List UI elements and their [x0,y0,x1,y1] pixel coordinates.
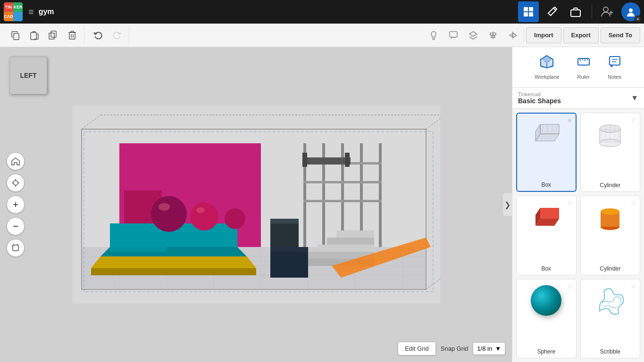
svg-rect-3 [529,12,533,16]
svg-rect-83 [327,238,374,245]
ruler-panel-button[interactable]: Ruler [573,53,594,82]
svg-rect-9 [14,33,19,40]
shape-preview-cylinder-solid [591,201,629,234]
add-user-button[interactable] [598,2,617,21]
mirror-icon-button[interactable] [504,26,522,44]
import-button[interactable]: Import [526,27,561,43]
star-icon-3[interactable]: ☆ [567,199,573,206]
svg-rect-13 [69,33,75,39]
workplane-label: Workplane [535,74,559,80]
svg-point-8 [629,8,633,12]
shape-card-cylinder-solid[interactable]: ☆ Cylinder [580,196,641,275]
shape-source-dropdown-arrow[interactable]: ▼ [631,94,638,102]
shape-label-scribble: Scribble [600,348,620,355]
star-icon-6[interactable]: ☆ [631,282,637,290]
shape-preview-sphere [527,284,565,317]
view-cube[interactable]: LEFT [9,57,47,94]
svg-rect-99 [610,57,620,65]
svg-rect-74 [303,181,382,183]
redo-button[interactable] [108,26,126,44]
svg-rect-4 [571,10,580,16]
add-badge: + [635,16,641,22]
svg-point-63 [151,196,187,232]
copy-button[interactable] [7,26,25,44]
comment-icon-button[interactable] [444,26,462,44]
svg-rect-2 [524,12,528,16]
right-toolbar-group: Import Export Send To [425,26,640,44]
canvas-area[interactable]: LEFT [0,47,512,362]
edit-grid-button[interactable]: Edit Grid [398,342,436,355]
history-tools-group [86,26,129,44]
shape-card-scribble[interactable]: ☆ Scribble [580,279,641,358]
project-name[interactable]: gym [39,8,54,16]
notes-panel-button[interactable]: Notes [604,53,626,82]
logo[interactable]: TINKERCAD [4,2,23,21]
ruler-label: Ruler [577,74,590,80]
collapse-panel-button[interactable]: ❯ [502,193,512,216]
ruler-icon [577,55,591,72]
perspective-button[interactable] [7,239,25,257]
zoom-in-button[interactable] [7,196,25,214]
svg-marker-24 [509,33,513,38]
svg-marker-103 [540,124,559,134]
svg-marker-19 [469,32,477,36]
shape-preview-cylinder-wire [591,118,629,151]
svg-rect-10 [31,33,36,40]
star-icon-5[interactable]: ☆ [567,282,573,290]
zoom-out-button[interactable] [7,217,25,235]
duplicate-button[interactable] [44,26,62,44]
edit-tools-group [4,26,84,44]
star-icon[interactable]: ★ [567,116,573,124]
briefcase-icon-button[interactable] [565,1,586,22]
main-area: LEFT [0,47,644,362]
svg-rect-60 [91,268,256,275]
build-icon-button[interactable] [542,1,562,22]
lightbulb-icon-button[interactable] [425,26,443,44]
shape-source-name: Basic Shapes [518,97,561,105]
shapes-grid: ★ [512,109,644,362]
svg-rect-12 [51,31,56,37]
align-icon-button[interactable] [484,26,502,44]
project-menu-icon[interactable]: ≡ [28,7,34,17]
sendto-button[interactable]: Send To [601,27,640,43]
scene-container[interactable] [72,106,440,304]
right-panel: Workplane Ruler [512,47,644,362]
svg-rect-76 [303,157,351,165]
shape-card-cylinder-wire[interactable]: ☆ Cylinde [580,113,641,192]
export-button[interactable]: Export [563,27,599,43]
shape-label-box-solid: Box [541,265,551,272]
notes-icon [608,55,622,72]
svg-marker-25 [513,33,517,38]
svg-marker-59 [91,256,256,268]
shape-label-box-wire: Box [541,181,551,188]
notes-label: Notes [608,74,621,80]
shape-label-cylinder-wire: Cylinder [600,182,620,189]
delete-button[interactable] [63,26,81,44]
home-view-button[interactable] [7,152,25,170]
shape-card-sphere[interactable]: ☆ Sphere [516,279,577,358]
workplane-panel-button[interactable]: Workplane [531,53,563,82]
svg-rect-84 [336,230,374,238]
svg-rect-1 [529,7,533,11]
paste-button[interactable] [25,26,43,44]
star-icon-4[interactable]: ☆ [631,199,637,206]
gallery-view-button[interactable] [518,1,539,22]
user-avatar-button[interactable]: + [621,2,640,21]
shape-label-cylinder-solid: Cylinder [600,265,620,272]
star-icon-2[interactable]: ☆ [631,116,637,123]
svg-rect-0 [524,7,528,11]
fit-view-button[interactable] [7,174,25,192]
svg-rect-34 [13,245,18,251]
shape-preview-box-wire [527,118,565,151]
snap-grid-select[interactable]: 1/8 in ▼ [473,342,505,355]
svg-rect-77 [302,153,307,167]
shape-preview-scribble [591,284,629,317]
svg-rect-82 [318,245,374,252]
shape-source[interactable]: Tinkercad Basic Shapes ▼ [512,88,644,109]
bottom-controls: Edit Grid Snap Grid 1/8 in ▼ [398,342,505,355]
panel-top-icons: Workplane Ruler [512,47,644,88]
layer-icon-button[interactable] [464,26,482,44]
shape-card-box-wire[interactable]: ★ [516,113,577,192]
shape-card-box-solid[interactable]: ☆ Box [516,196,577,275]
undo-button[interactable] [89,26,107,44]
